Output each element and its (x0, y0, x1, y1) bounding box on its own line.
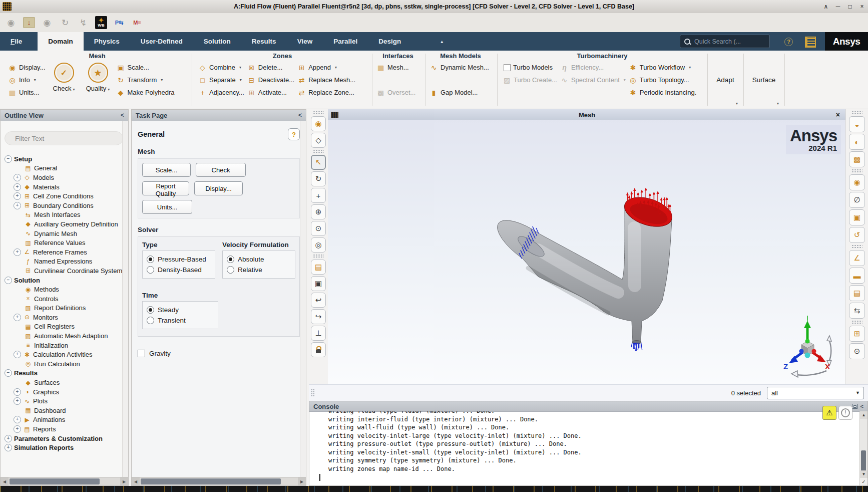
expand-icon[interactable]: + (14, 192, 21, 200)
time-radio-steady[interactable]: Steady (147, 305, 214, 315)
ribbon-group-adapt[interactable]: Adapt▾ (709, 51, 742, 109)
pointer-select-button[interactable]: ↖ (311, 155, 326, 170)
pan-view-button[interactable]: + (311, 188, 326, 203)
type-radio-density-based[interactable]: Density-Based (147, 265, 211, 275)
tree-item-plots[interactable]: +∿Plots (1, 396, 128, 406)
radio-unselected[interactable] (147, 317, 154, 324)
highlight-zone-button[interactable]: ▬ (849, 268, 865, 284)
import-read-icon[interactable]: ↓ (23, 17, 35, 28)
radio-selected[interactable] (147, 256, 154, 263)
tab-user-defined[interactable]: User-Defined (130, 32, 193, 51)
probe-info-button[interactable]: ◎ (311, 237, 326, 253)
ribbon-button-delete[interactable]: ⊠Delete... (247, 61, 294, 74)
report-quality-button[interactable]: Report Quality (142, 181, 189, 195)
tree-item-boundary-conditions[interactable]: +⊞Boundary Conditions (1, 201, 128, 210)
ribbon-button-make-polyhedra[interactable]: ◆Make Polyhedra (117, 86, 175, 99)
warning-icon[interactable]: ⚠ (822, 406, 836, 420)
chevron-down-icon[interactable]: ▾ (736, 101, 738, 106)
outline-horizontal-scrollbar[interactable]: ◀ ▶ (1, 477, 128, 485)
filter-text-box[interactable] (5, 131, 123, 145)
help-icon[interactable]: ? (784, 38, 793, 46)
hide-items-button[interactable]: ∅ (849, 192, 865, 208)
gravity-option[interactable]: Gravity (138, 350, 300, 357)
ribbon-button-combine[interactable]: ◇Combine▾ (198, 61, 244, 74)
view-axes-button[interactable]: ∠ (849, 250, 865, 266)
refresh-icon[interactable]: ↻ (59, 17, 71, 29)
tree-item-general[interactable]: ▤General (1, 164, 128, 173)
outline-vertical-scrollbar[interactable] (122, 121, 128, 477)
tab-physics[interactable]: Physics (84, 32, 130, 51)
expand-icon[interactable]: + (5, 435, 12, 442)
scroll-check-icon[interactable]: ✓ (860, 478, 867, 485)
tab-file[interactable]: File (0, 32, 33, 51)
tree-item-parameters-customization[interactable]: +Parameters & Customization (1, 434, 128, 443)
turbo-models-checkbox[interactable] (504, 64, 511, 71)
ribbon-group-surface[interactable]: Surface▾ (745, 51, 783, 109)
task-page-horizontal-scrollbar[interactable]: ◀ ▶ (132, 477, 306, 485)
radio-selected[interactable] (147, 306, 154, 314)
expand-icon[interactable]: + (14, 183, 21, 191)
zoom-in-out-button[interactable]: ⊕ (311, 204, 326, 219)
drag-handle[interactable] (851, 111, 862, 115)
snapshot-button[interactable]: ⊙ (849, 343, 865, 359)
workbench-badge[interactable]: ✦WB (95, 16, 107, 29)
drag-handle[interactable] (851, 244, 862, 249)
tree-item-auxiliary-geometry-definition[interactable]: ◆Auxiliary Geometry Definition (1, 219, 128, 229)
tab-domain[interactable]: Domain (38, 32, 84, 51)
task-page-collapse-button[interactable]: < (298, 112, 302, 119)
tree-item-report-definitions[interactable]: ▧Report Definitions (1, 304, 128, 313)
tree-item-graphics[interactable]: +◑Graphics (1, 387, 128, 397)
tree-item-methods[interactable]: ◉Methods (1, 285, 128, 294)
collapse-icon[interactable]: − (5, 155, 12, 163)
drag-handle[interactable] (851, 169, 862, 173)
ribbon-button-display[interactable]: ◉Display... (8, 61, 46, 74)
solid-surfaces-button[interactable]: ◐ (849, 134, 865, 150)
tree-item-setup[interactable]: −Setup (1, 154, 128, 164)
tree-item-named-expressions[interactable]: ƒNamed Expressions (1, 257, 128, 267)
radio-unselected[interactable] (147, 266, 154, 274)
task-page-vertical-scrollbar[interactable] (300, 121, 306, 477)
scale-button[interactable]: Scale... (142, 163, 191, 177)
ribbon-button-periodic-instancing[interactable]: ✱Periodic Instancing. (629, 86, 696, 99)
console-output[interactable]: writing fluid (type fluid) (mixture) ...… (309, 411, 860, 485)
bring-to-front-button[interactable]: ▣ (849, 209, 865, 225)
tree-item-dynamic-mesh[interactable]: ∿Dynamic Mesh (1, 229, 128, 238)
zone-filter-dropdown[interactable]: all ▼ (767, 387, 864, 399)
tab-solution[interactable]: Solution (193, 32, 241, 51)
tree-item-materials[interactable]: +◆Materials (1, 182, 128, 192)
tree-item-models[interactable]: +◇Models (1, 173, 128, 182)
ribbon-button-deactivate[interactable]: ⊟Deactivate... (247, 74, 294, 86)
hatched-surfaces-button[interactable]: ▩ (849, 151, 865, 167)
library-icon[interactable] (805, 37, 816, 48)
collapse-ribbon-button[interactable]: ▴ (441, 32, 443, 51)
view-perspective-button[interactable]: ◇ (311, 133, 326, 148)
ribbon-button-dynamic-mesh[interactable]: ∿Dynamic Mesh... (429, 61, 489, 74)
ribbon-button-check[interactable]: ✓Check▾ (49, 61, 80, 99)
expand-icon[interactable]: + (14, 249, 21, 256)
ribbon-button-turbo-topology[interactable]: ◎Turbo Topology... (629, 74, 696, 86)
radio-selected[interactable] (227, 256, 234, 263)
drag-handle[interactable] (851, 320, 862, 324)
ribbon-button-quality[interactable]: ★Quality▾ (83, 61, 114, 99)
tree-item-reports[interactable]: +▤Reports (1, 424, 128, 434)
ribbon-button-activate[interactable]: ⊞Activate... (247, 86, 294, 99)
rotate-view-button[interactable]: ↻ (311, 171, 326, 186)
close-window-button[interactable]: × (856, 3, 868, 10)
tree-item-animations[interactable]: +▶Animations (1, 415, 128, 425)
tree-item-surfaces[interactable]: ◆Surfaces (1, 378, 128, 387)
units-button[interactable]: Units... (142, 200, 192, 214)
tab-design[interactable]: Design (368, 32, 411, 51)
tree-item-curvilinear-coordinate-system[interactable]: ⊞Curvilinear Coordinate System (1, 266, 128, 276)
scroll-left-arrow[interactable]: ◀ (132, 477, 140, 485)
ribbon-button-info[interactable]: ◎Info▾ (8, 74, 46, 86)
type-radio-pressure-based[interactable]: Pressure-Based (147, 254, 211, 265)
tree-item-controls[interactable]: ×Controls (1, 294, 128, 304)
tree-item-monitors[interactable]: +⊙Monitors (1, 313, 128, 322)
lock-view-button[interactable] (311, 342, 326, 357)
shaded-surfaces-button[interactable]: ◒ (849, 116, 865, 132)
outline-collapse-button[interactable]: < (121, 112, 124, 119)
scroll-thumb[interactable] (141, 478, 281, 484)
ribbon-button-mesh[interactable]: ▦Mesh... (376, 61, 415, 74)
zoom-forward-button[interactable]: ↪ (311, 309, 326, 324)
scroll-right-arrow[interactable]: ▶ (298, 477, 306, 485)
